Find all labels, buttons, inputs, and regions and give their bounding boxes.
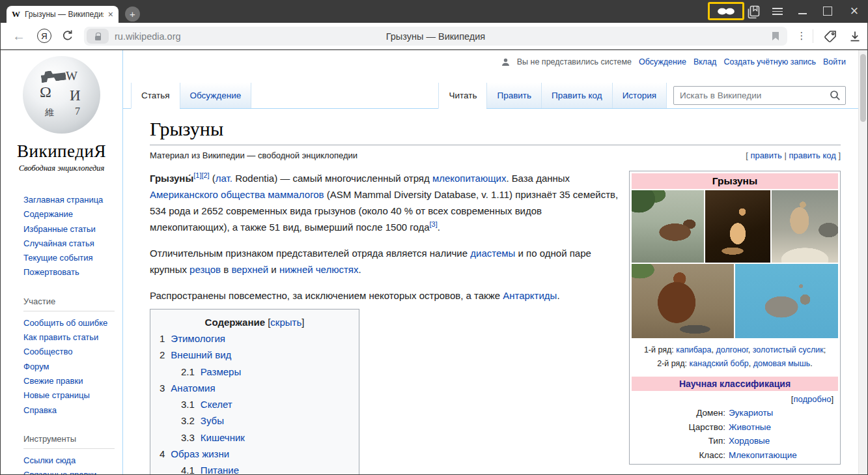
- personal-bar: Вы не представились системе Обсуждение В…: [501, 57, 846, 66]
- sidebar-item-forum[interactable]: Форум: [23, 360, 122, 374]
- search-icon[interactable]: [830, 90, 841, 101]
- tab-close-icon[interactable]: ×: [108, 10, 113, 19]
- omnibox[interactable]: ru.wikipedia.org Грызуны — Википедия: [84, 27, 787, 46]
- tab-article[interactable]: Статья: [131, 83, 180, 109]
- rank-value-class[interactable]: Млекопитающие: [729, 448, 838, 463]
- search-input[interactable]: [673, 86, 846, 105]
- sidebar-item-current-events[interactable]: Текущие события: [23, 251, 122, 265]
- sidebar-item-help[interactable]: Справка: [23, 403, 122, 418]
- wikipedia-wordmark[interactable]: ВикипедиЯ: [1, 141, 122, 162]
- personal-link-login[interactable]: Войти: [823, 57, 846, 66]
- incisors-link[interactable]: резцов: [189, 264, 221, 275]
- toc-item[interactable]: 3.2Зубы: [181, 412, 350, 429]
- sidebar-item-how-to-edit[interactable]: Как править статьи: [23, 330, 122, 345]
- classification-header[interactable]: Научная классификация: [632, 377, 838, 391]
- menu-icon[interactable]: [772, 8, 783, 15]
- beaver-image[interactable]: [632, 264, 734, 338]
- yandex-icon[interactable]: Я: [37, 29, 51, 43]
- toc-item[interactable]: 4Образ жизни: [160, 446, 350, 462]
- sidebar-item-recent-changes[interactable]: Свежие правки: [23, 374, 122, 388]
- personal-link-create-account[interactable]: Создать учётную запись: [723, 57, 816, 66]
- more-options-icon[interactable]: ⋮: [796, 29, 807, 43]
- ref-1[interactable]: [1]: [193, 171, 201, 179]
- sidebar-bookmarks-icon[interactable]: [746, 5, 761, 19]
- sidebar-item-community[interactable]: Сообщество: [23, 345, 122, 359]
- sidebar-item-main-page[interactable]: Заглавная страница: [23, 193, 122, 207]
- mammals-link[interactable]: млекопитающих: [432, 173, 507, 184]
- lock-icon: [95, 36, 101, 40]
- lower-jaw-link[interactable]: нижней челюстях: [279, 264, 359, 275]
- toc-item[interactable]: 3.1Скелет: [181, 396, 350, 412]
- minimize-icon[interactable]: [798, 13, 807, 14]
- tab-talk[interactable]: Обсуждение: [180, 83, 252, 108]
- ssl-lock-badge[interactable]: [87, 29, 109, 44]
- toc-item[interactable]: 2Внешний вид: [160, 347, 350, 363]
- bookmark-flag-icon[interactable]: [772, 31, 779, 41]
- sidebar-item-featured[interactable]: Избранные статьи: [23, 222, 122, 237]
- page-scrollbar[interactable]: [858, 50, 867, 474]
- house-mouse-image[interactable]: [735, 264, 838, 338]
- collections-tag-icon[interactable]: [822, 29, 839, 44]
- back-icon[interactable]: ←: [11, 28, 27, 44]
- personal-link-contribs[interactable]: Вклад: [693, 57, 717, 66]
- asm-link[interactable]: Американского общества маммалогов: [150, 189, 324, 200]
- golden-squirrel-image[interactable]: [772, 190, 838, 263]
- new-tab-button[interactable]: +: [125, 7, 140, 22]
- sidebar-item-donate[interactable]: Пожертвовать: [23, 265, 122, 280]
- browser-titlebar: W Грызуны — Википедия × + ×: [0, 0, 868, 23]
- ref-3[interactable]: [3]: [430, 220, 438, 228]
- scrollbar-thumb[interactable]: [860, 54, 866, 122]
- url-text[interactable]: ru.wikipedia.org: [115, 31, 181, 42]
- edit-source-link[interactable]: править код: [789, 151, 835, 160]
- toc-item[interactable]: 4.1Питание: [181, 462, 350, 474]
- rank-value-domain[interactable]: Эукариоты: [729, 406, 838, 420]
- upper-jaw-link[interactable]: верхней: [231, 264, 268, 275]
- sidebar-item-what-links-here[interactable]: Ссылки сюда: [23, 453, 122, 468]
- sidebar-item-new-pages[interactable]: Новые страницы: [23, 388, 122, 403]
- sidebar-item-random[interactable]: Случайная статья: [23, 237, 122, 251]
- personal-link-talk[interactable]: Обсуждение: [639, 57, 686, 66]
- golden-squirrel-link[interactable]: золотистый суслик: [753, 345, 824, 354]
- tab-edit-source[interactable]: Править код: [541, 83, 612, 108]
- puzzle-piece: [40, 69, 66, 83]
- springhare-link[interactable]: долгоног: [716, 345, 748, 354]
- rank-value-phylum[interactable]: Хордовые: [729, 434, 838, 448]
- sidebar-item-related-changes[interactable]: Связанные правки: [23, 468, 122, 474]
- download-icon[interactable]: [848, 29, 862, 44]
- house-mouse-link[interactable]: домовая мышь: [753, 359, 811, 368]
- rank-label: Тип:: [632, 434, 729, 448]
- edit-link[interactable]: править: [750, 151, 781, 160]
- reload-icon[interactable]: [61, 29, 75, 43]
- latin-link[interactable]: лат.: [216, 173, 232, 184]
- tab-read[interactable]: Читать: [438, 83, 486, 109]
- ref-2[interactable]: [2]: [201, 171, 209, 179]
- incognito-glasses-icon[interactable]: [717, 7, 735, 16]
- details-link[interactable]: подробно: [793, 394, 831, 404]
- diastema-link[interactable]: диастемы: [470, 248, 515, 259]
- window-close-icon[interactable]: ×: [847, 1, 862, 22]
- toc-hide-link[interactable]: скрыть: [270, 317, 301, 328]
- sidebar: Ω W И 維 7 ВикипедиЯ Свободная энциклопед…: [1, 50, 122, 474]
- browser-tab[interactable]: W Грызуны — Википедия ×: [7, 6, 119, 23]
- toc-item[interactable]: 2.1Размеры: [181, 364, 350, 380]
- toc-item[interactable]: 3.3Кишечник: [181, 429, 350, 446]
- antarctica-link[interactable]: Антарктиды: [503, 290, 557, 301]
- capybara-image[interactable]: [632, 190, 704, 263]
- capybara-link[interactable]: капибара: [676, 345, 711, 354]
- toc: Содержание [скрыть] 1Этимология 2Внешний…: [150, 309, 359, 474]
- springhare-image[interactable]: [705, 190, 770, 263]
- taxobox-title: Грызуны: [632, 173, 838, 189]
- rank-label: Класс:: [632, 448, 729, 463]
- tab-edit[interactable]: Править: [486, 83, 541, 108]
- sidebar-item-contents[interactable]: Содержание: [23, 207, 122, 222]
- rank-value-kingdom[interactable]: Животные: [729, 420, 838, 435]
- toc-item[interactable]: 3Анатомия: [160, 380, 350, 396]
- beaver-link[interactable]: канадский бобр: [690, 359, 749, 368]
- toc-item[interactable]: 1Этимология: [160, 330, 350, 347]
- maximize-icon[interactable]: [823, 7, 832, 16]
- wikipedia-page: Вы не представились системе Обсуждение В…: [1, 50, 867, 474]
- sidebar-heading-tools: Инструменты: [23, 434, 115, 449]
- tab-history[interactable]: История: [612, 83, 667, 108]
- sidebar-item-report-error[interactable]: Сообщить об ошибке: [23, 316, 122, 330]
- wikipedia-globe-logo[interactable]: Ω W И 維 7: [23, 56, 100, 134]
